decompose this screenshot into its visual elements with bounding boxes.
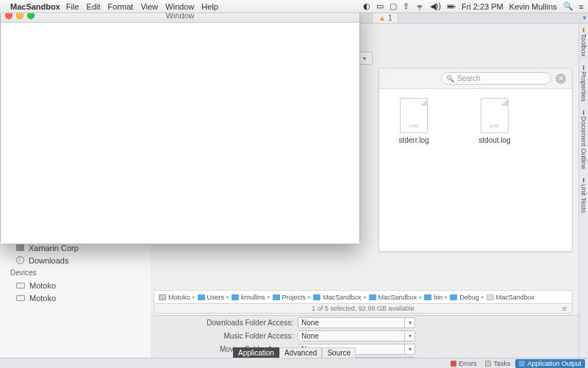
menu-edit[interactable]: Edit xyxy=(87,2,101,11)
sidebar-item-label: Downloads xyxy=(29,256,68,265)
menu-help[interactable]: Help xyxy=(201,2,218,11)
search-placeholder: Search xyxy=(457,74,481,82)
status-errors[interactable]: Errors xyxy=(447,359,481,368)
warning-icon: ▲ xyxy=(379,14,386,22)
folder-icon xyxy=(313,294,320,300)
sidebar-item-downloads[interactable]: Downloads xyxy=(7,254,148,266)
warnings-badge[interactable]: ▲ 1 xyxy=(372,13,398,24)
properties-form: Downloads Folder Access: None Music Fold… xyxy=(151,315,578,358)
ide-right-tabstrip: Toolbox Properties Document Outline Unit… xyxy=(578,24,588,358)
drive-icon xyxy=(159,294,166,300)
svg-rect-1 xyxy=(448,5,453,7)
tray-clock[interactable]: Fri 2:23 PM xyxy=(462,2,503,11)
file-label: stdout.log xyxy=(478,136,510,144)
chevron-down-icon xyxy=(404,318,415,328)
chevron-down-icon xyxy=(404,344,415,354)
tray-spotlight-icon[interactable]: 🔍 xyxy=(563,1,573,11)
tab-application[interactable]: Application xyxy=(233,347,279,358)
form-row-movies: Movies Folder Access: None xyxy=(151,342,578,355)
download-icon xyxy=(16,256,24,264)
tray-display-icon[interactable]: ▢ xyxy=(390,1,397,11)
file-item-stderr[interactable]: LOG stderr.log xyxy=(388,98,440,242)
document-icon: LOG xyxy=(400,98,428,133)
file-search-input[interactable]: 🔍 Search xyxy=(441,72,551,85)
tab-source[interactable]: Source xyxy=(322,347,356,358)
warning-count: 1 xyxy=(388,14,392,22)
drive-icon xyxy=(16,283,25,289)
app-window: Window xyxy=(0,8,360,244)
folder-icon xyxy=(232,294,239,300)
file-browser-panel: 🔍 Search ✕ LOG stderr.log LOG stdout.log xyxy=(379,68,573,252)
file-panel-header: 🔍 Search ✕ xyxy=(379,68,572,89)
menu-view[interactable]: View xyxy=(140,2,158,11)
form-label: Downloads Folder Access: xyxy=(151,319,298,327)
hamburger-icon[interactable]: ≡ xyxy=(562,304,567,313)
right-tab-unit-tests[interactable]: Unit Tests xyxy=(579,174,588,217)
right-tab-document-outline[interactable]: Document Outline xyxy=(579,106,588,174)
file-item-stdout[interactable]: LOG stdout.log xyxy=(469,98,520,242)
tray-sync-icon[interactable]: ◐ xyxy=(363,1,370,11)
folder-icon xyxy=(369,294,376,300)
folder-icon xyxy=(16,244,24,251)
panel-chevron-icon[interactable]: ▾ xyxy=(583,14,587,21)
tray-volume-icon[interactable]: ◀)) xyxy=(430,1,441,11)
output-icon xyxy=(519,361,525,367)
sidebar-item-label: Xamarin Corp xyxy=(29,244,79,252)
app-icon xyxy=(487,294,494,300)
status-tasks[interactable]: Tasks xyxy=(481,359,514,368)
sidebar-device-1[interactable]: Motoko xyxy=(7,291,148,304)
tasks-icon xyxy=(485,361,491,367)
status-app-output[interactable]: Application Output xyxy=(515,359,585,368)
form-tabs: Application Advanced Source xyxy=(233,347,356,358)
search-icon: 🔍 xyxy=(446,75,454,82)
music-access-select[interactable]: None xyxy=(298,330,415,342)
tray-notifications-icon[interactable]: ≡ xyxy=(579,2,584,11)
sidebar-item-label: Motoko xyxy=(29,281,56,290)
tray-cloud-icon[interactable]: ▭ xyxy=(376,1,384,11)
tray-upload-icon[interactable]: ⇪ xyxy=(403,1,409,11)
tray-user[interactable]: Kevin Mullins xyxy=(509,2,557,11)
svg-rect-2 xyxy=(455,6,456,7)
chevron-down-icon xyxy=(404,331,415,341)
macos-menubar: MacSandbox File Edit Format View Window … xyxy=(0,0,588,13)
menu-window[interactable]: Window xyxy=(165,2,194,11)
file-panel-status: 1 of 5 selected, 92.99 GB available ≡ xyxy=(154,303,573,314)
tray-battery-icon[interactable] xyxy=(447,2,456,11)
sidebar-header-devices: Devices xyxy=(7,266,148,279)
sidebar-item-label: Motoko xyxy=(29,294,56,302)
breadcrumb[interactable]: Motoko Users kmullins Projects MacSandbo… xyxy=(154,290,573,303)
right-tab-toolbox[interactable]: Toolbox xyxy=(579,24,588,61)
downloads-access-select[interactable]: None xyxy=(298,317,415,328)
form-label: Music Folder Access: xyxy=(151,332,298,340)
document-icon: LOG xyxy=(481,98,509,133)
file-label: stderr.log xyxy=(398,136,429,144)
form-row-downloads: Downloads Folder Access: None xyxy=(151,316,578,329)
tray-wifi-icon[interactable] xyxy=(415,2,424,11)
menu-format[interactable]: Format xyxy=(108,2,134,11)
ide-statusbar: Errors Tasks Application Output xyxy=(0,358,588,368)
sidebar-device-0[interactable]: Motoko xyxy=(7,279,148,291)
app-window-content xyxy=(1,23,359,244)
file-panel-close-button[interactable]: ✕ xyxy=(556,74,566,84)
folder-icon xyxy=(273,294,280,300)
error-icon xyxy=(451,361,456,367)
form-row-music: Music Folder Access: None xyxy=(151,329,578,342)
menu-file[interactable]: File xyxy=(66,2,79,11)
right-tab-properties[interactable]: Properties xyxy=(579,61,588,106)
menubar-app-name[interactable]: MacSandbox xyxy=(10,2,60,11)
drive-icon xyxy=(16,295,25,301)
menubar-tray: ◐ ▭ ▢ ⇪ ◀)) Fri 2:23 PM Kevin Mullins 🔍 … xyxy=(363,1,584,11)
folder-icon xyxy=(450,294,457,300)
folder-icon xyxy=(198,294,205,300)
folder-icon xyxy=(424,294,431,300)
tab-advanced[interactable]: Advanced xyxy=(279,347,322,358)
